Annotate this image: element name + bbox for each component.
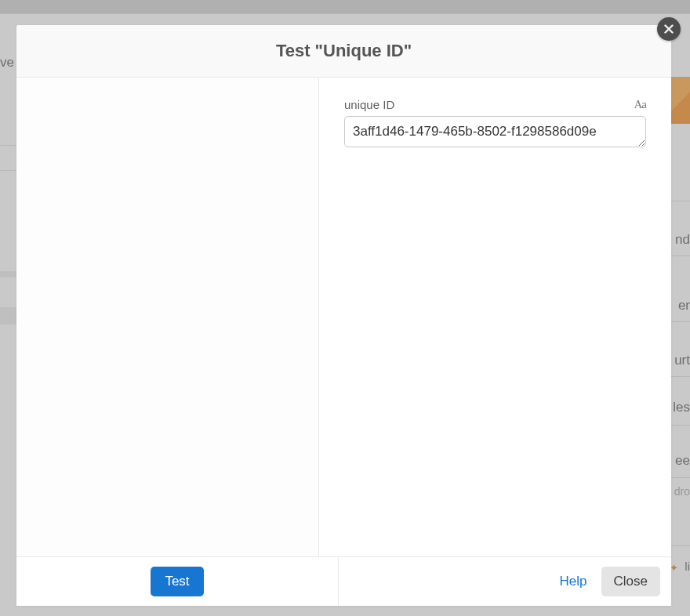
- close-icon: [664, 24, 674, 34]
- field-header-row: unique ID Aa: [344, 98, 646, 111]
- test-parameters-pane: [16, 78, 319, 556]
- footer-right: Help Close: [339, 557, 671, 606]
- modal-body: unique ID Aa: [16, 78, 671, 556]
- help-link[interactable]: Help: [560, 574, 587, 589]
- modal-footer: Test Help Close: [16, 556, 671, 606]
- test-button[interactable]: Test: [151, 567, 203, 596]
- test-output-pane: unique ID Aa: [319, 78, 671, 556]
- modal-close-button[interactable]: [657, 17, 681, 41]
- test-modal: Test "Unique ID" unique ID Aa Test Help …: [16, 25, 671, 606]
- modal-header: Test "Unique ID": [16, 25, 671, 78]
- footer-left: Test: [16, 557, 339, 606]
- text-case-toggle[interactable]: Aa: [634, 98, 647, 111]
- unique-id-input[interactable]: [344, 116, 646, 147]
- modal-title: Test "Unique ID": [276, 41, 412, 61]
- close-button[interactable]: Close: [601, 567, 660, 596]
- field-label-unique-id: unique ID: [344, 98, 394, 111]
